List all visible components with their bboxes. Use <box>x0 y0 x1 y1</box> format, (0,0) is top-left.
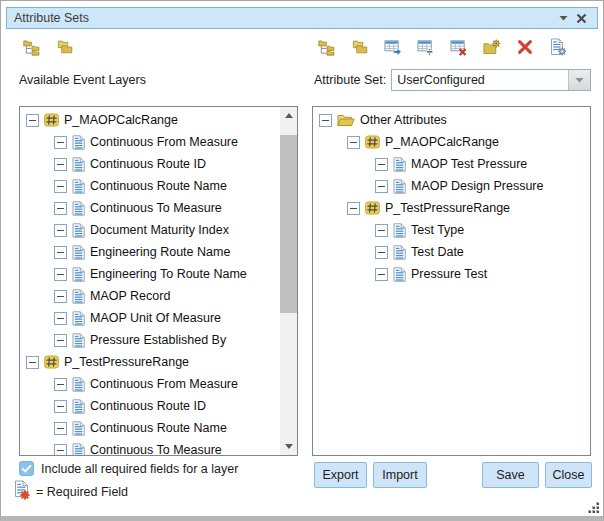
tree-item-label: Document Maturity Index <box>90 223 229 237</box>
field-icon <box>72 377 85 392</box>
available-layers-panel: P_MAOPCalcRangeContinuous From MeasureCo… <box>19 106 298 456</box>
remove-table-icon[interactable] <box>450 38 468 56</box>
folder-open-icon <box>337 114 355 127</box>
collapse-toggle-icon[interactable] <box>54 136 67 149</box>
attribute-set-dropdown[interactable]: UserConfigured <box>391 69 591 91</box>
tree-item[interactable]: Continuous Route Name <box>20 417 280 439</box>
collapse-toggle-icon[interactable] <box>375 224 388 237</box>
expand-event-layers-icon[interactable] <box>23 38 41 56</box>
tree-item-label: Other Attributes <box>360 113 447 127</box>
tree-item[interactable]: Other Attributes <box>313 109 590 131</box>
field-icon <box>72 443 85 456</box>
collapse-toggle-icon[interactable] <box>375 268 388 281</box>
field-icon <box>393 267 406 282</box>
include-required-fields-checkbox[interactable] <box>19 461 34 476</box>
collapse-toggle-icon[interactable] <box>54 400 67 413</box>
tree-item-label: Continuous Route Name <box>90 179 227 193</box>
close-icon[interactable] <box>572 10 590 26</box>
tree-item[interactable]: Document Maturity Index <box>20 219 280 241</box>
collapse-toggle-icon[interactable] <box>54 422 67 435</box>
tree-item[interactable]: Continuous Route ID <box>20 395 280 417</box>
titlebar[interactable]: Attribute Sets <box>6 7 598 29</box>
collapse-toggle-icon[interactable] <box>347 136 360 149</box>
collapse-toggle-icon[interactable] <box>54 290 67 303</box>
attribute-set-label: Attribute Set: <box>314 73 386 87</box>
tree-item-label: P_MAOPCalcRange <box>64 113 178 127</box>
collapse-toggle-icon[interactable] <box>54 246 67 259</box>
tree-item[interactable]: MAOP Test Pressure <box>313 153 590 175</box>
collapse-toggle-icon[interactable] <box>319 114 332 127</box>
tree-item-label: Continuous Route ID <box>90 399 206 413</box>
tree-item[interactable]: MAOP Design Pressure <box>313 175 590 197</box>
tree-item[interactable]: P_TestPressureRange <box>20 351 280 373</box>
tree-item[interactable]: Continuous To Measure <box>20 197 280 219</box>
collapse-toggle-icon[interactable] <box>54 444 67 456</box>
export-button[interactable]: Export <box>314 462 367 488</box>
event-layer-icon <box>365 201 380 215</box>
resize-grip[interactable] <box>587 501 601 515</box>
toolbar-left <box>23 38 74 56</box>
collapse-toggle-icon[interactable] <box>54 158 67 171</box>
collapse-toggle-icon[interactable] <box>54 202 67 215</box>
collapse-toggle-icon[interactable] <box>54 180 67 193</box>
tree-item[interactable]: Continuous To Measure <box>20 439 280 455</box>
scrollbar-thumb[interactable] <box>280 135 297 313</box>
tree-item[interactable]: Continuous From Measure <box>20 131 280 153</box>
collapse-attribute-set-icon[interactable] <box>351 38 369 56</box>
collapse-toggle-icon[interactable] <box>26 114 39 127</box>
tree-item[interactable]: P_TestPressureRange <box>313 197 590 219</box>
tree-item-label: Test Date <box>411 245 464 259</box>
field-icon <box>393 179 406 194</box>
collapse-toggle-icon[interactable] <box>54 378 67 391</box>
tree-item[interactable]: P_MAOPCalcRange <box>313 131 590 153</box>
tree-item-label: Continuous To Measure <box>90 201 222 215</box>
delete-icon[interactable] <box>516 38 534 56</box>
collapse-toggle-icon[interactable] <box>375 246 388 259</box>
import-button[interactable]: Import <box>373 462 427 488</box>
close-button[interactable]: Close <box>545 462 592 488</box>
tree-item[interactable]: Continuous Route ID <box>20 153 280 175</box>
tree-item-label: Pressure Test <box>411 267 487 281</box>
configure-document-icon[interactable] <box>549 38 567 56</box>
collapse-toggle-icon[interactable] <box>347 202 360 215</box>
collapse-toggle-icon[interactable] <box>54 268 67 281</box>
scrollbar-down-button[interactable] <box>280 438 297 455</box>
tree-item[interactable]: MAOP Unit Of Measure <box>20 307 280 329</box>
tree-item[interactable]: Engineering Route Name <box>20 241 280 263</box>
new-attribute-set-icon[interactable] <box>483 38 501 56</box>
vertical-scrollbar[interactable] <box>280 107 297 455</box>
field-icon <box>72 179 85 194</box>
add-table-icon[interactable] <box>417 38 435 56</box>
tree-item[interactable]: P_MAOPCalcRange <box>20 109 280 131</box>
tree-item[interactable]: Continuous From Measure <box>20 373 280 395</box>
dropdown-arrow-button[interactable] <box>568 70 590 90</box>
tree-item[interactable]: MAOP Record <box>20 285 280 307</box>
collapse-toggle-icon[interactable] <box>54 334 67 347</box>
tree-item[interactable]: Pressure Established By <box>20 329 280 351</box>
tree-item[interactable]: Pressure Test <box>313 263 590 285</box>
save-button[interactable]: Save <box>482 462 539 488</box>
scrollbar-up-button[interactable] <box>280 107 297 124</box>
collapse-event-layers-icon[interactable] <box>56 38 74 56</box>
expand-attribute-set-icon[interactable] <box>318 38 336 56</box>
tree-item-label: Pressure Established By <box>90 333 226 347</box>
window-title: Attribute Sets <box>14 11 554 25</box>
tree-item[interactable]: Continuous Route Name <box>20 175 280 197</box>
tree-item[interactable]: Engineering To Route Name <box>20 263 280 285</box>
collapse-toggle-icon[interactable] <box>54 224 67 237</box>
tree-item-label: Continuous Route ID <box>90 157 206 171</box>
field-icon <box>72 267 85 282</box>
tree-item[interactable]: Test Date <box>313 241 590 263</box>
export-table-icon[interactable] <box>384 38 402 56</box>
include-required-fields-option[interactable]: Include all required fields for a layer <box>19 461 238 476</box>
collapse-toggle-icon[interactable] <box>375 180 388 193</box>
collapse-toggle-icon[interactable] <box>375 158 388 171</box>
tree-item-label: P_MAOPCalcRange <box>385 135 499 149</box>
collapse-toggle-icon[interactable] <box>54 312 67 325</box>
required-field-legend: = Required Field <box>14 480 128 503</box>
field-icon <box>72 201 85 216</box>
collapse-icon[interactable] <box>554 10 572 26</box>
tree-item[interactable]: Test Type <box>313 219 590 241</box>
collapse-toggle-icon[interactable] <box>26 356 39 369</box>
include-required-fields-label: Include all required fields for a layer <box>41 462 238 476</box>
